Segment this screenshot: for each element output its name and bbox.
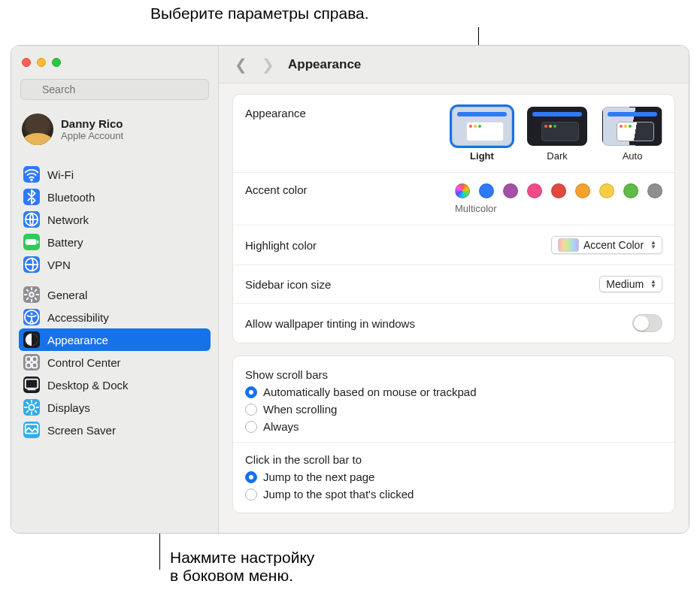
sidebar-item-label: Battery: [47, 236, 83, 249]
click-scroll-bar-option-label: Jump to the spot that's clicked: [263, 488, 414, 501]
highlight-swatch-icon: [558, 238, 579, 252]
annotation-top: Выберите параметры справа.: [150, 5, 369, 23]
svg-point-2: [31, 179, 32, 180]
chevron-updown-icon: ▲▼: [648, 240, 659, 250]
accent-swatch-f6a12f[interactable]: [575, 183, 590, 198]
disp-icon: [23, 399, 40, 416]
pane: Appearance LightDarkAuto Accent color Mu…: [219, 83, 689, 533]
page-title: Appearance: [288, 57, 361, 72]
sidebar-icon-size-popup[interactable]: Medium ▲▼: [599, 276, 662, 292]
sidebar-item-appearance[interactable]: Appearance: [19, 328, 211, 351]
accent-swatch-e0493e[interactable]: [551, 183, 566, 198]
appearance-label: Appearance: [245, 107, 306, 119]
sidebar-item-label: Network: [47, 213, 89, 226]
window-close-button[interactable]: [22, 58, 31, 67]
sidebar-item-battery[interactable]: Battery: [19, 231, 211, 253]
accent-selected-caption: Multicolor: [455, 203, 497, 214]
sidebar-item-bluetooth[interactable]: Bluetooth: [19, 186, 211, 208]
sidebar-item-vpn[interactable]: VPN: [19, 253, 211, 276]
net-icon: [23, 211, 40, 228]
radio-icon: [245, 489, 257, 501]
back-button[interactable]: ❮: [234, 56, 247, 74]
content: ❮ ❯ Appearance Appearance LightDarkAuto …: [219, 46, 689, 533]
svg-rect-16: [28, 389, 36, 391]
cc-icon: [23, 354, 40, 371]
ss-icon: [23, 422, 40, 438]
bat-icon: [23, 234, 40, 250]
vpn-icon: [23, 256, 40, 273]
window-zoom-button[interactable]: [52, 58, 61, 67]
svg-rect-15: [26, 380, 38, 389]
sidebar: Danny Rico Apple Account Wi-FiBluetoothN…: [11, 46, 219, 533]
show-scroll-bars-option[interactable]: Automatically based on mouse or trackpad: [245, 386, 662, 398]
click-scroll-bar-option[interactable]: Jump to the next page: [245, 470, 662, 483]
accent-swatch-a550a7[interactable]: [503, 183, 518, 198]
sidebar-item-label: Bluetooth: [47, 191, 95, 204]
titlebar: [11, 46, 218, 79]
forward-button[interactable]: ❯: [261, 56, 274, 74]
window-minimize-button[interactable]: [37, 58, 46, 67]
appearance-option-dark[interactable]: Dark: [527, 107, 587, 162]
sidebar-nav: Wi-FiBluetoothNetworkBatteryVPN GeneralA…: [11, 156, 218, 533]
sidebar-item-label: Displays: [47, 401, 90, 414]
bt-icon: [23, 189, 40, 205]
appearance-option-auto[interactable]: Auto: [602, 107, 662, 162]
svg-rect-12: [32, 357, 37, 361]
show-scroll-bars-option[interactable]: Always: [245, 420, 662, 433]
click-scroll-bar-option[interactable]: Jump to the spot that's clicked: [245, 488, 662, 501]
accent-swatch-8e8e93[interactable]: [647, 183, 662, 198]
app-icon: [23, 331, 40, 348]
svg-rect-13: [26, 363, 31, 368]
sidebar-item-control-center[interactable]: Control Center: [19, 351, 211, 374]
sidebar-item-label: Desktop & Dock: [47, 379, 129, 392]
highlight-color-label: Highlight color: [245, 239, 317, 252]
accent-swatch-ef4b88[interactable]: [527, 183, 542, 198]
account-row[interactable]: Danny Rico Apple Account: [11, 106, 218, 156]
appearance-thumb-auto: [602, 107, 662, 146]
sidebar-item-accessibility[interactable]: Accessibility: [19, 306, 211, 328]
svg-rect-4: [26, 239, 37, 244]
sidebar-item-general[interactable]: General: [19, 283, 211, 306]
accent-swatch-5fba46[interactable]: [623, 183, 638, 198]
svg-rect-14: [32, 363, 37, 368]
appearance-option-label: Dark: [527, 150, 587, 162]
show-scroll-bars-option-label: Automatically based on mouse or trackpad: [263, 386, 476, 398]
chevron-updown-icon: ▲▼: [648, 280, 659, 289]
appearance-option-label: Auto: [602, 150, 662, 162]
settings-window: Danny Rico Apple Account Wi-FiBluetoothN…: [11, 45, 689, 534]
sidebar-item-wi-fi[interactable]: Wi-Fi: [19, 163, 211, 186]
accent-swatch-2f7af7[interactable]: [479, 183, 494, 198]
sidebar-item-label: Control Center: [47, 356, 121, 369]
highlight-color-popup[interactable]: Accent Color ▲▼: [551, 236, 662, 254]
sidebar-item-label: Screen Saver: [47, 424, 116, 437]
sidebar-item-network[interactable]: Network: [19, 208, 211, 231]
show-scroll-bars-option[interactable]: When scrolling: [245, 403, 662, 416]
sidebar-item-desktop-dock[interactable]: Desktop & Dock: [19, 374, 211, 396]
sidebar-item-displays[interactable]: Displays: [19, 396, 211, 419]
accent-swatch-multicolor[interactable]: [455, 183, 470, 198]
avatar: [22, 113, 53, 145]
appearance-option-light[interactable]: Light: [452, 107, 512, 162]
account-sub: Apple Account: [61, 130, 123, 141]
gear-icon: [23, 286, 40, 303]
sidebar-item-label: Accessibility: [47, 311, 109, 324]
annotation-bottom: Нажмите настройку в боковом меню.: [170, 549, 314, 585]
card-appearance: Appearance LightDarkAuto Accent color Mu…: [232, 94, 675, 343]
sidebar-item-screen-saver[interactable]: Screen Saver: [19, 419, 211, 441]
accent-color-label: Accent color: [245, 183, 308, 196]
sidebar-item-label: Wi-Fi: [47, 168, 74, 181]
accent-swatch-f7cd46[interactable]: [599, 183, 614, 198]
account-name: Danny Rico: [61, 117, 123, 130]
search-input[interactable]: [20, 79, 209, 100]
appearance-option-label: Light: [452, 150, 512, 162]
radio-icon: [245, 421, 257, 433]
show-scroll-bars-option-label: Always: [263, 420, 299, 433]
click-scroll-bar-option-label: Jump to the next page: [263, 470, 374, 483]
sidebar-icon-size-label: Sidebar icon size: [245, 278, 331, 291]
svg-point-7: [29, 292, 34, 297]
dd-icon: [23, 377, 40, 393]
show-scroll-bars-option-label: When scrolling: [263, 403, 337, 416]
card-scrolling: Show scroll bars Automatically based on …: [232, 355, 675, 513]
wallpaper-tinting-toggle[interactable]: [632, 314, 662, 332]
show-scroll-bars-title: Show scroll bars: [245, 368, 662, 381]
